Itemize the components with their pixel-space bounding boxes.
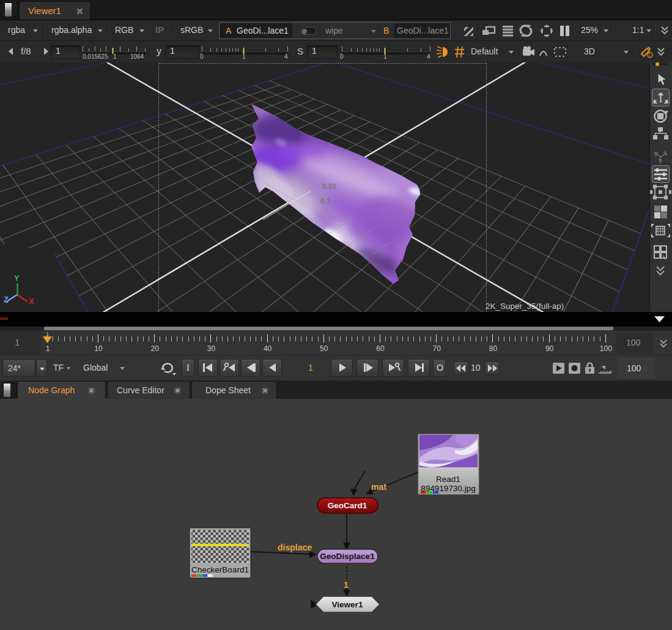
svg-text:displace: displace <box>278 543 312 552</box>
svg-text:Y: Y <box>14 273 20 283</box>
svg-text:X: X <box>29 297 34 306</box>
svg-text:1: 1 <box>344 580 349 590</box>
svg-text:CheckerBoard1: CheckerBoard1 <box>191 565 249 574</box>
svg-text:mat: mat <box>371 482 386 492</box>
svg-text:i: i <box>649 53 651 57</box>
svg-text:2K_Super_35(full-ap): 2K_Super_35(full-ap) <box>486 302 564 311</box>
svg-text:Viewer1: Viewer1 <box>332 600 363 609</box>
svg-text:0.1: 0.1 <box>320 197 331 206</box>
svg-text:Z: Z <box>4 295 9 304</box>
svg-text:GeoCard1: GeoCard1 <box>328 501 367 510</box>
svg-text:GeoDisplace1: GeoDisplace1 <box>320 552 375 561</box>
svg-text:Read1: Read1 <box>436 475 460 484</box>
svg-text:0.01: 0.01 <box>322 182 337 191</box>
svg-text:1: 1 <box>46 331 49 337</box>
